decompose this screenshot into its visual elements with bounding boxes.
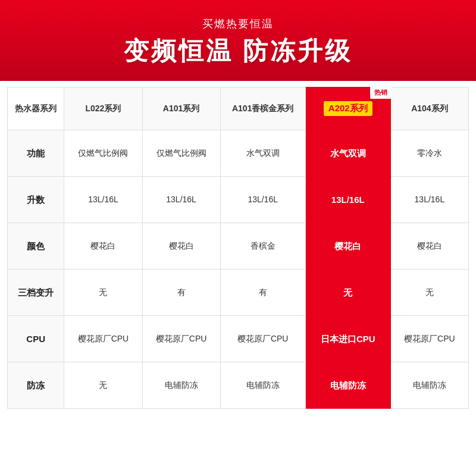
- cell-a104-row5: 电辅防冻: [390, 362, 468, 409]
- table-row: 升数13L/16L13L/16L13L/16L13L/16L13L/16L: [8, 177, 469, 223]
- cell-a104-row0: 零冷水: [390, 130, 468, 177]
- cell-label-row2: 颜色: [8, 223, 64, 270]
- cell-label-row4: CPU: [8, 316, 64, 362]
- col-header-a104: A104系列: [390, 87, 468, 130]
- cell-a202-row4: 日本进口CPU: [305, 316, 390, 362]
- cell-a202-row0: 水气双调: [305, 130, 390, 177]
- table-row: 三档变升无有有无无: [8, 270, 469, 316]
- cell-a101x-row4: 樱花原厂CPU: [220, 316, 305, 362]
- cell-l022-row5: 无: [64, 362, 142, 409]
- cell-a104-row2: 樱花白: [390, 223, 468, 270]
- cell-a101-row2: 樱花白: [142, 223, 220, 270]
- cell-l022-row1: 13L/16L: [64, 177, 142, 223]
- cell-a101-row1: 13L/16L: [142, 177, 220, 223]
- cell-a202-row5: 电辅防冻: [305, 362, 390, 409]
- page-header: 买燃热要恒温 变频恒温 防冻升级: [0, 0, 476, 81]
- cell-a104-row3: 无: [390, 270, 468, 316]
- cell-a202-row3: 无: [305, 270, 390, 316]
- col-header-series: 热水器系列: [8, 87, 64, 130]
- cell-label-row5: 防冻: [8, 362, 64, 409]
- cell-a101-row5: 电辅防冻: [142, 362, 220, 409]
- table-row: CPU樱花原厂CPU樱花原厂CPU樱花原厂CPU日本进口CPU樱花原厂CPU: [8, 316, 469, 362]
- cell-a101x-row2: 香槟金: [220, 223, 305, 270]
- cell-label-row0: 功能: [8, 130, 64, 177]
- table-row: 防冻无电辅防冻电辅防冻电辅防冻电辅防冻: [8, 362, 469, 409]
- cell-a104-row1: 13L/16L: [390, 177, 468, 223]
- cell-a104-row4: 樱花原厂CPU: [390, 316, 468, 362]
- comparison-table: 热水器系列 L022系列 A101系列 A101香槟金系列 热销 A202系列 …: [7, 87, 469, 409]
- cell-l022-row3: 无: [64, 270, 142, 316]
- cell-l022-row2: 樱花白: [64, 223, 142, 270]
- cell-label-row3: 三档变升: [8, 270, 64, 316]
- cell-a101-row0: 仅燃气比例阀: [142, 130, 220, 177]
- cell-l022-row0: 仅燃气比例阀: [64, 130, 142, 177]
- cell-a101-row3: 有: [142, 270, 220, 316]
- table-body: 功能仅燃气比例阀仅燃气比例阀水气双调水气双调零冷水升数13L/16L13L/16…: [8, 130, 469, 409]
- col-header-a202: 热销 A202系列: [305, 87, 390, 130]
- cell-a101x-row1: 13L/16L: [220, 177, 305, 223]
- cell-a101x-row5: 电辅防冻: [220, 362, 305, 409]
- header-subtitle: 买燃热要恒温: [12, 17, 464, 31]
- col-header-a101x: A101香槟金系列: [220, 87, 305, 130]
- cell-a202-row2: 樱花白: [305, 223, 390, 270]
- table-row: 功能仅燃气比例阀仅燃气比例阀水气双调水气双调零冷水: [8, 130, 469, 177]
- header-title: 变频恒温 防冻升级: [12, 35, 464, 68]
- cell-a202-row1: 13L/16L: [305, 177, 390, 223]
- col-header-a101: A101系列: [142, 87, 220, 130]
- cell-l022-row4: 樱花原厂CPU: [64, 316, 142, 362]
- table-header-row: 热水器系列 L022系列 A101系列 A101香槟金系列 热销 A202系列 …: [8, 87, 469, 130]
- comparison-table-wrapper: 热水器系列 L022系列 A101系列 A101香槟金系列 热销 A202系列 …: [0, 81, 476, 415]
- col-header-l022: L022系列: [64, 87, 142, 130]
- cell-a101-row4: 樱花原厂CPU: [142, 316, 220, 362]
- table-row: 颜色樱花白樱花白香槟金樱花白樱花白: [8, 223, 469, 270]
- cell-a101x-row3: 有: [220, 270, 305, 316]
- cell-label-row1: 升数: [8, 177, 64, 223]
- hot-badge: 热销: [370, 86, 392, 99]
- a202-label: A202系列: [324, 101, 372, 116]
- cell-a101x-row0: 水气双调: [220, 130, 305, 177]
